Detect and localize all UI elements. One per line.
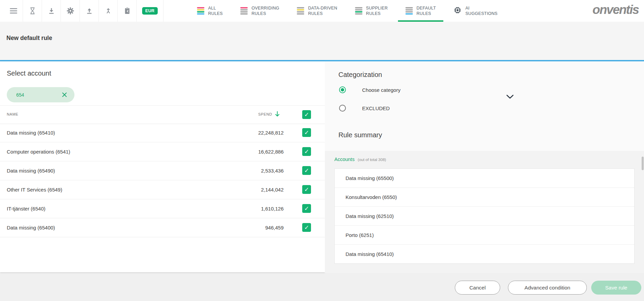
- account-spend: 16,622,886: [258, 149, 284, 155]
- settings-button[interactable]: [61, 0, 80, 22]
- accounts-label: Accounts: [334, 157, 355, 162]
- page-title-band: New default rule: [0, 22, 644, 60]
- tab-data-driven-rules[interactable]: DATA-DRIVENRULES: [288, 0, 346, 22]
- currency-badge[interactable]: EUR: [142, 7, 158, 15]
- account-name: Computer operations (6541): [7, 149, 70, 155]
- page-title: New default rule: [0, 22, 644, 42]
- radio-button-icon[interactable]: [339, 86, 346, 93]
- spend-rules-app: EUR ALLRULESOVERRIDINGRULESDATA-DRIVENRU…: [0, 0, 644, 301]
- rules-stack-icon: [405, 7, 413, 14]
- tab-label: DEFAULTRULES: [417, 5, 436, 17]
- list-item[interactable]: Data missing (62510): [335, 207, 634, 226]
- rules-stack-icon: [355, 7, 362, 14]
- account-spend: 1,610,126: [261, 206, 284, 212]
- account-spend: 22,248,812: [258, 130, 284, 136]
- hourglass-icon: [29, 7, 36, 15]
- close-icon[interactable]: [62, 92, 67, 97]
- table-row[interactable]: Computer operations (6541)16,622,886✓: [0, 142, 325, 161]
- name-column-header[interactable]: NAME: [7, 112, 18, 116]
- toolbar-icon-group: EUR: [0, 0, 163, 22]
- account-name: Data missing (65400): [7, 225, 55, 230]
- radio-label: Choose category: [362, 87, 400, 93]
- accounts-table-header: NAME SPEND ✓: [0, 105, 325, 124]
- menu-icon: [10, 8, 17, 14]
- account-spend: 2,144,042: [261, 187, 284, 193]
- spend-column-header[interactable]: SPEND: [258, 111, 280, 117]
- list-item[interactable]: Konsultarvoden (6550): [335, 188, 634, 207]
- account-spend: 2,533,436: [261, 168, 284, 174]
- tab-label: AISUGGESTIONS: [465, 5, 497, 17]
- filter-chip-text: 654: [16, 92, 62, 98]
- scrollbar-thumb[interactable]: [642, 157, 644, 170]
- tab-label: OVERRIDINGRULES: [251, 5, 279, 17]
- row-checkbox[interactable]: ✓: [302, 223, 311, 232]
- rules-stack-icon: [197, 7, 204, 14]
- merge-icon: [105, 7, 112, 15]
- select-account-panel: Select account 654 NAME SPEND ✓ Data mis…: [0, 61, 325, 272]
- list-item[interactable]: Data missing (65410): [335, 245, 634, 263]
- account-name: IT-tjänster (6540): [7, 206, 45, 212]
- spend-column-label: SPEND: [258, 112, 272, 116]
- advanced-condition-button[interactable]: Advanced condition: [508, 281, 587, 295]
- download-icon: [48, 7, 55, 15]
- accounts-table-body: Data missing (65410)22,248,812✓Computer …: [0, 123, 325, 237]
- row-checkbox[interactable]: ✓: [302, 204, 311, 213]
- table-row[interactable]: Other IT Services (6549)2,144,042✓: [0, 180, 325, 199]
- download-button[interactable]: [42, 0, 61, 22]
- radio-label: EXCLUDED: [362, 105, 390, 111]
- rule-summary-title: Rule summary: [338, 131, 382, 139]
- table-row[interactable]: IT-tjänster (6540)1,610,126✓: [0, 199, 325, 218]
- table-row[interactable]: Data missing (65400)946,459✓: [0, 218, 325, 237]
- summary-account-name: Porto (6251): [346, 232, 374, 238]
- accounts-summary-label: Accounts (out of total 308): [334, 156, 386, 162]
- account-filter-chip[interactable]: 654: [7, 87, 74, 102]
- select-all-checkbox[interactable]: ✓: [302, 110, 311, 119]
- table-row[interactable]: Data missing (65410)22,248,812✓: [0, 123, 325, 142]
- summary-account-name: Data missing (62510): [346, 213, 394, 219]
- summary-account-name: Data missing (65410): [346, 251, 394, 257]
- tab-all-rules[interactable]: ALLRULES: [188, 0, 231, 22]
- radio-button-icon[interactable]: [339, 105, 346, 112]
- list-item[interactable]: Porto (6251): [335, 226, 634, 245]
- row-checkbox[interactable]: ✓: [302, 166, 311, 175]
- cancel-button[interactable]: Cancel: [455, 281, 500, 295]
- paste-button[interactable]: [118, 0, 137, 22]
- tab-overriding-rules[interactable]: OVERRIDINGRULES: [231, 0, 288, 22]
- save-rule-button[interactable]: Save rule: [591, 281, 641, 295]
- summary-account-name: Data missing (65500): [346, 175, 394, 181]
- tab-ai-suggestions[interactable]: AISUGGESTIONS: [445, 0, 506, 22]
- settings-gear-icon: [67, 7, 74, 15]
- upload-button[interactable]: [80, 0, 99, 22]
- account-spend: 946,459: [265, 225, 284, 230]
- history-button[interactable]: [23, 0, 42, 22]
- categorization-title: Categorization: [338, 71, 382, 79]
- tab-label: SUPPLIERRULES: [366, 5, 388, 17]
- account-name: Other IT Services (6549): [7, 187, 62, 193]
- menu-button[interactable]: [4, 0, 23, 22]
- accounts-summary-list: Data missing (65500)Konsultarvoden (6550…: [334, 168, 635, 264]
- account-name: Data missing (65410): [7, 130, 55, 136]
- currency-cell: EUR: [137, 0, 163, 22]
- tab-label: DATA-DRIVENRULES: [308, 5, 337, 17]
- row-checkbox[interactable]: ✓: [302, 147, 311, 156]
- account-name: Data missing (65490): [7, 168, 55, 174]
- rule-summary-section: Accounts (out of total 308) Data missing…: [325, 151, 644, 273]
- rules-tab-bar: ALLRULESOVERRIDINGRULESDATA-DRIVENRULESS…: [188, 0, 506, 22]
- rules-stack-icon: [240, 7, 248, 14]
- row-checkbox[interactable]: ✓: [302, 185, 311, 194]
- tab-default-rules[interactable]: DEFAULTRULES: [397, 0, 445, 22]
- tab-supplier-rules[interactable]: SUPPLIERRULES: [346, 0, 397, 22]
- category-option-excluded[interactable]: EXCLUDED: [339, 101, 390, 116]
- merge-button[interactable]: [99, 0, 118, 22]
- table-row[interactable]: Data missing (65490)2,533,436✓: [0, 161, 325, 180]
- top-toolbar: EUR ALLRULESOVERRIDINGRULESDATA-DRIVENRU…: [0, 0, 644, 22]
- category-option-choose-category[interactable]: Choose category: [339, 82, 400, 97]
- chevron-down-icon[interactable]: [506, 94, 514, 100]
- list-item[interactable]: Data missing (65500): [335, 169, 634, 188]
- summary-account-name: Konsultarvoden (6550): [346, 194, 397, 200]
- categorization-panel: Categorization Choose categoryEXCLUDED R…: [325, 61, 644, 151]
- ai-chip-icon: [453, 6, 462, 16]
- row-checkbox[interactable]: ✓: [302, 128, 311, 137]
- rules-stack-icon: [297, 7, 304, 14]
- sort-descending-arrow-icon: [274, 111, 280, 117]
